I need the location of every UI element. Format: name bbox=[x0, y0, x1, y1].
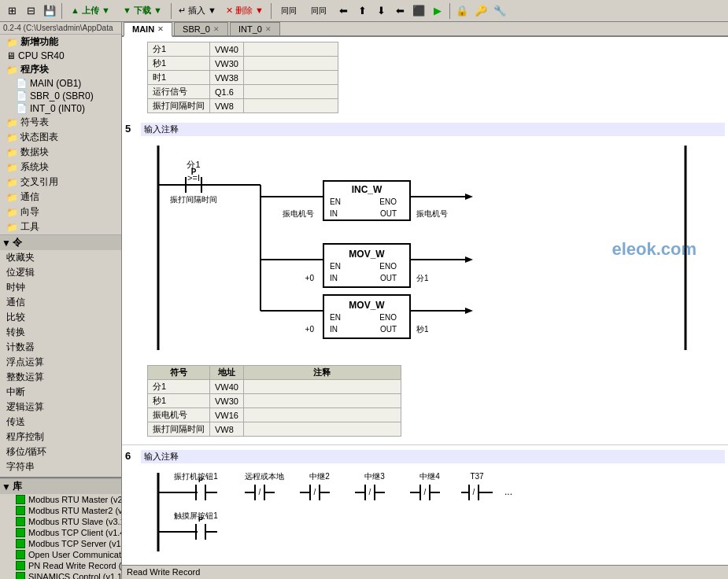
sidebar-item-tools[interactable]: 📁 工具 bbox=[0, 219, 121, 234]
lib-item-sinamics-ctrl[interactable]: SINAMICS Control (v1.1) bbox=[0, 571, 121, 579]
sidebar-item-cpu[interactable]: 🖥 CPU SR40 bbox=[0, 50, 121, 62]
lib-item-open-user-comm[interactable]: Open User Communicatio bbox=[0, 549, 121, 560]
sidebar-instr-shift[interactable]: 移位/循环 bbox=[0, 444, 121, 459]
toolbar-run-btn[interactable]: ▶ bbox=[429, 2, 446, 20]
sidebar-item-wizard[interactable]: 📁 向导 bbox=[0, 205, 121, 219]
folder-stat: 📁 bbox=[6, 132, 18, 143]
lib-green-icon-8 bbox=[16, 572, 25, 579]
left-panel: 0.2-4 (C:\Users\admin\AppData 📁 新增功能 🖥 C… bbox=[0, 22, 122, 579]
sidebar-item-int0[interactable]: 📄 INT_0 (INT0) bbox=[0, 102, 121, 115]
sidebar-item-data-block[interactable]: 📁 数据块 bbox=[0, 145, 121, 160]
sidebar-instr-compare[interactable]: 比较 bbox=[0, 310, 121, 325]
lib-green-icon-7 bbox=[16, 561, 25, 570]
toolbar-arrow4-btn[interactable]: ⬅ bbox=[391, 2, 408, 20]
sidebar-item-new-feature[interactable]: 📁 新增功能 bbox=[0, 35, 121, 50]
contact-slash-remote: / bbox=[259, 488, 261, 496]
instructions-header[interactable]: ▼ 令 bbox=[0, 234, 121, 250]
tab-main-close[interactable]: ✕ bbox=[157, 25, 164, 33]
network-5: 5 输入注释 eleok.com bbox=[122, 118, 728, 445]
toolbar-arrow3-btn[interactable]: ⬇ bbox=[372, 2, 390, 20]
sidebar-item-cross-ref[interactable]: 📁 交叉引用 bbox=[0, 175, 121, 190]
sidebar-item-sys-block[interactable]: 📁 系统块 bbox=[0, 160, 121, 175]
sidebar-instr-transfer[interactable]: 传送 bbox=[0, 415, 121, 430]
sidebar-instr-comm[interactable]: 通信 bbox=[0, 295, 121, 310]
tab-int0[interactable]: INT_0 ✕ bbox=[230, 22, 280, 35]
sidebar-item-symbol-table[interactable]: 📁 符号表 bbox=[0, 115, 121, 130]
tab-sbr0-close[interactable]: ✕ bbox=[213, 25, 220, 33]
folder-icon: 📁 bbox=[6, 37, 18, 48]
contact-label-vibbutton1: 振打机按钮1 bbox=[174, 472, 218, 481]
folder-wizard: 📁 bbox=[6, 207, 18, 218]
toolbar-arrow2-btn[interactable]: ⬆ bbox=[353, 2, 371, 20]
box-incw-out-pin: OUT bbox=[380, 209, 397, 218]
contact-slash-t37: / bbox=[473, 488, 475, 496]
library-header[interactable]: ▼ 库 bbox=[0, 478, 121, 494]
contact-slash-relay4: / bbox=[424, 488, 427, 496]
arrow-movw1 bbox=[465, 256, 473, 263]
contact-label-touchbutton1: 触摸屏按钮1 bbox=[174, 511, 218, 520]
top-partial-table: 分1VW40 秒1VW30 时1VW38 运行信号Q1.6 振打间隔时间VW8 bbox=[122, 37, 728, 118]
lib-item-modbus-slave[interactable]: Modbus RTU Slave (v3.1 bbox=[0, 516, 121, 527]
toolbar-arrow-btn[interactable]: ⬅ bbox=[334, 2, 352, 20]
sidebar-instr-interrupt[interactable]: 中断 bbox=[0, 385, 121, 400]
sidebar-item-comm[interactable]: 📁 通信 bbox=[0, 190, 121, 205]
sidebar-instr-prog-ctrl[interactable]: 程序控制 bbox=[0, 430, 121, 444]
folder-icon-2: 📁 bbox=[6, 65, 18, 76]
status-bar: Read Write Record bbox=[122, 565, 728, 579]
sidebar-instr-string[interactable]: 字符串 bbox=[0, 459, 121, 474]
contact-p-touch1: P bbox=[198, 515, 203, 523]
doc-icon-sbr0: 📄 bbox=[16, 90, 28, 101]
sidebar-instr-clock[interactable]: 时钟 bbox=[0, 280, 121, 295]
toolbar-upload-btn[interactable]: ▲ 上传 ▼ bbox=[65, 2, 116, 20]
continuation-dots: ... bbox=[504, 486, 512, 497]
toolbar-key-btn[interactable]: 🔑 bbox=[472, 2, 490, 20]
lib-item-modbus-master[interactable]: Modbus RTU Master (v2. bbox=[0, 494, 121, 505]
sidebar-instr-counter[interactable]: 计数器 bbox=[0, 340, 121, 355]
toolbar-delete-btn[interactable]: ✕ 删除 ▼ bbox=[222, 2, 268, 20]
ladder-area[interactable]: 分1VW40 秒1VW30 时1VW38 运行信号Q1.6 振打间隔时间VW8 bbox=[122, 37, 728, 565]
sidebar-instr-favorites[interactable]: 收藏夹 bbox=[0, 250, 121, 265]
lib-item-pn-rw[interactable]: PN Read Write Record (v bbox=[0, 560, 121, 571]
sidebar-instr-logic[interactable]: 逻辑运算 bbox=[0, 400, 121, 415]
toolbar-download-btn[interactable]: ▼ 下载 ▼ bbox=[117, 2, 168, 20]
sidebar-item-main[interactable]: 📄 MAIN (OB1) bbox=[0, 77, 121, 90]
toolbar-query1-btn[interactable]: 同同 bbox=[275, 2, 303, 20]
table-header-row: 符号 地址 注释 bbox=[148, 366, 401, 380]
folder-comm: 📁 bbox=[6, 192, 18, 203]
lib-item-modbus-tcp-server[interactable]: Modbus TCP Server (v1.0 bbox=[0, 538, 121, 549]
box-incw-eno: ENO bbox=[379, 197, 397, 206]
tab-int0-close[interactable]: ✕ bbox=[265, 25, 272, 33]
table-row: 分1VW40 bbox=[148, 42, 338, 57]
sidebar-instr-int-math[interactable]: 整数运算 bbox=[0, 370, 121, 385]
box-movw1-eno: ENO bbox=[379, 262, 397, 271]
toolbar-btn-save[interactable]: 💾 bbox=[41, 2, 58, 20]
sidebar-instr-bit-logic[interactable]: 位逻辑 bbox=[0, 265, 121, 280]
lib-item-modbus-master2[interactable]: Modbus RTU Master2 (v. bbox=[0, 505, 121, 516]
tab-sbr0[interactable]: SBR_0 ✕ bbox=[174, 22, 228, 35]
contact-p-vib1: P bbox=[198, 476, 203, 484]
tab-main[interactable]: MAIN ✕ bbox=[124, 22, 172, 37]
toolbar-stop-btn[interactable]: ⬛ bbox=[410, 2, 427, 20]
lib-item-modbus-tcp-client[interactable]: Modbus TCP Client (v1.4 bbox=[0, 527, 121, 538]
toolbar-lock-btn[interactable]: 🔒 bbox=[453, 2, 471, 20]
toolbar-btn-1[interactable]: ⊞ bbox=[3, 2, 20, 20]
box-incw-en: EN bbox=[330, 197, 341, 206]
ladder-svg-6: 振打机按钮1 P 远程或本地 / 中继2 bbox=[135, 465, 709, 559]
box-incw-out-label: 振电机号 bbox=[416, 209, 448, 218]
contact-label-relay2: 中继2 bbox=[309, 472, 330, 481]
toolbar-query2-btn[interactable]: 同同 bbox=[305, 2, 333, 20]
table-row: 振打间隔时间VW8 bbox=[148, 422, 401, 437]
sidebar-item-sbr0[interactable]: 📄 SBR_0 (SBR0) bbox=[0, 90, 121, 102]
sidebar-instr-float[interactable]: 浮点运算 bbox=[0, 355, 121, 370]
toolbar-btn-2[interactable]: ⊟ bbox=[22, 2, 39, 20]
sidebar-path: 0.2-4 (C:\Users\admin\AppData bbox=[0, 22, 121, 35]
box-movw1-out-pin: OUT bbox=[380, 274, 397, 282]
toolbar-wrench-btn[interactable]: 🔧 bbox=[491, 2, 508, 20]
toolbar-insert-btn[interactable]: ↵ 插入 ▼ bbox=[175, 2, 220, 20]
contact-label-relay3: 中继3 bbox=[364, 472, 385, 481]
sidebar-instr-convert[interactable]: 转换 bbox=[0, 325, 121, 340]
network-6-number: 6 bbox=[125, 450, 138, 462]
sidebar-item-status-chart[interactable]: 📁 状态图表 bbox=[0, 130, 121, 145]
sidebar-item-program-block[interactable]: 📁 程序块 bbox=[0, 62, 121, 77]
lib-green-icon-5 bbox=[16, 539, 25, 548]
